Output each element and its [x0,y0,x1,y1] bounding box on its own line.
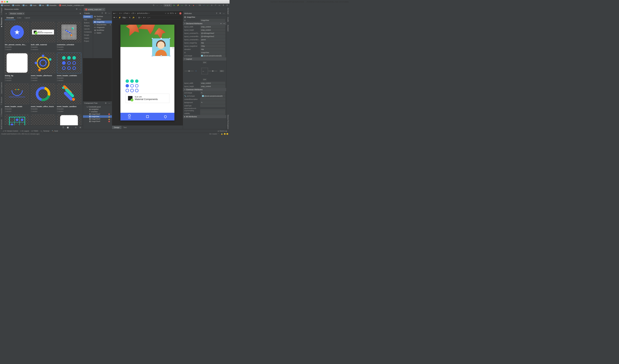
git-update-icon[interactable]: ✓ [202,4,205,7]
tab-design[interactable]: Design [112,126,121,129]
breadcrumb-item[interactable]: mobile [12,4,20,6]
drawable-item[interactable] [57,115,81,125]
palette-item[interactable]: AbTextView [93,15,112,18]
palette-cat[interactable]: Buttons [83,21,93,24]
zoom-out-icon[interactable]: ⊖ [168,13,169,14]
zoom-in-icon[interactable]: ⊕ [175,13,176,14]
search-icon[interactable]: ⚲ [215,12,218,15]
fit-icon[interactable]: ⤢ [165,13,166,14]
avd-manager-icon[interactable]: ▭ [218,4,221,7]
attr-input[interactable] [200,98,225,100]
default-margin-selector[interactable]: 8dp [123,16,127,19]
breadcrumb-item[interactable]: event_header_codelabs.xml [59,4,84,6]
attr-input[interactable]: ✎ [200,101,225,104]
attr-input[interactable]: @tools:sample/avatars[0] [201,95,225,97]
module-selector[interactable]: Module: mobile [9,12,25,15]
git-history-icon[interactable]: ⊙ [210,4,213,7]
tool-tab-structure[interactable]: 7: Structure [1,97,2,105]
section-common[interactable]: ▼Common Attributes [183,88,226,91]
breadcrumb-item[interactable]: drawable [47,4,56,6]
palette-cat[interactable]: Google [83,33,93,37]
ctree-item[interactable]: 🖼 imageView2 [83,113,112,115]
palette-item[interactable]: 🖼ImageView [93,21,112,23]
design-canvas[interactable]: 32 Built with [112,20,183,125]
minimize-window[interactable] [4,1,5,2]
tool-tab-todo[interactable]: ☑ TODO [30,130,40,132]
sdk-manager-icon[interactable]: ⬇ [222,4,225,7]
attr-input[interactable]: wrap_content [200,26,225,28]
api-selector[interactable]: ≈ 28 [131,13,136,14]
attr-input[interactable]: wrap_content [200,29,225,31]
palette-item[interactable]: ≡RecyclerView⬇ [93,23,112,26]
breadcrumb-item[interactable]: main [30,4,37,6]
constraint-widget[interactable]: ››› 8 32 0 + [183,61,226,81]
drawable-item[interactable]: event_header_office_hours Drawable 1 ver… [31,84,55,112]
breadcrumb-item[interactable]: src [23,4,28,6]
drawable-item[interactable] [5,115,29,125]
ctree-root[interactable]: ↳ ConstraintLayout [83,106,112,108]
view-options-icon[interactable]: 👁 [113,16,117,19]
editor-tab[interactable]: activity_main.xml × [84,8,105,11]
attr-input[interactable]: 32dp [200,45,225,47]
palette-cat[interactable]: Common [83,15,93,18]
device-preview[interactable]: 32 Built with [120,25,174,121]
minimize-icon[interactable]: — [108,102,111,104]
attr-input[interactable]: imageView [200,51,225,54]
section-declared[interactable]: ▼Declared Attributes+ — [183,22,226,25]
git-branch[interactable]: Git: master [209,133,217,135]
tab-text[interactable]: Text [121,126,128,129]
gear-icon[interactable]: ⚙ [75,8,78,11]
close-tab-icon[interactable]: × [103,9,104,11]
attr-input[interactable]: ✎ [200,92,225,94]
pack-icon[interactable]: ⊟ [138,16,141,19]
git-revert-icon[interactable]: ↶ [214,4,217,7]
tool-tab-build[interactable]: 🔨 Build [50,130,59,132]
debug-button[interactable]: ⌯ [181,4,183,7]
close-window[interactable] [1,1,3,2]
minimize-icon[interactable]: — [223,12,225,15]
drawable-item[interactable] [31,115,55,125]
breadcrumb-item[interactable]: iosched [1,4,10,6]
palette-item[interactable]: ▤ScrollView [93,29,112,32]
magnet-icon[interactable]: ⚡ [118,16,121,19]
guideline-icon[interactable]: ⎀ [147,16,150,19]
tool-tab-layout-captures[interactable]: Layout Captures [1,82,2,94]
drawable-item[interactable]: event_header_afterhours Drawable 1 versi… [31,53,55,81]
tool-tab-device-explorer[interactable]: Device File Explorer [227,115,229,129]
align-icon[interactable]: ≡ [143,16,146,19]
tool-tab-favorites[interactable]: 2: Favorites [1,108,2,116]
tool-tab-logcat[interactable]: ≡ 6: Logcat [19,130,30,132]
palette-cat[interactable]: Widgets [83,24,93,27]
warnings-badge[interactable]: ! [179,12,182,14]
attr-input[interactable]: @tools:sample/avatars[0] [200,54,225,57]
attr-input[interactable]: 8dp [200,41,225,44]
attr-input[interactable]: @+id/imageView2 [200,35,225,38]
zoom-out-icon[interactable]: ⊖ [74,126,77,129]
stop-button[interactable]: ■ [192,4,195,7]
attr-input[interactable]: wrap_content [200,85,225,88]
palette-cat[interactable]: Project [83,40,93,43]
tool-tab-project[interactable]: 1: Project [1,8,2,14]
search-everywhere-icon[interactable]: ⚲ [226,4,229,7]
device-selector[interactable]: ▯ Pixel [124,13,130,14]
list-view-icon[interactable]: ☰ [62,126,65,129]
event-log-button[interactable]: ◎ Event Log [216,130,228,132]
attr-input[interactable] [200,109,225,112]
palette-item[interactable]: ▭Button [93,18,112,21]
gear-icon[interactable]: ⚙ [104,102,107,104]
tool-tab-assistant[interactable]: Assistant [227,25,229,31]
back-icon[interactable]: ← [156,4,159,7]
nav-schedule[interactable] [139,113,156,121]
nav-info[interactable]: iInfo [120,113,139,121]
git-commit-icon[interactable]: ↙ [206,4,209,7]
ctree-item[interactable]: ▤ navigation [83,108,112,110]
attach-debugger-icon[interactable]: ⏵ [188,4,191,7]
tab-color[interactable]: Color [15,16,23,20]
sync-icon[interactable]: ⟲ [152,4,155,7]
attr-id-field[interactable]: imageView [200,19,225,22]
selected-imageview[interactable]: 32 [152,38,170,56]
tool-tab-ant[interactable]: Ant Build [227,8,229,14]
palette-cat[interactable]: Layouts [83,27,93,30]
tool-tab-build-variants[interactable]: Build Variants [1,119,2,129]
theme-selector[interactable]: ◑ NoActionBar [137,13,149,14]
